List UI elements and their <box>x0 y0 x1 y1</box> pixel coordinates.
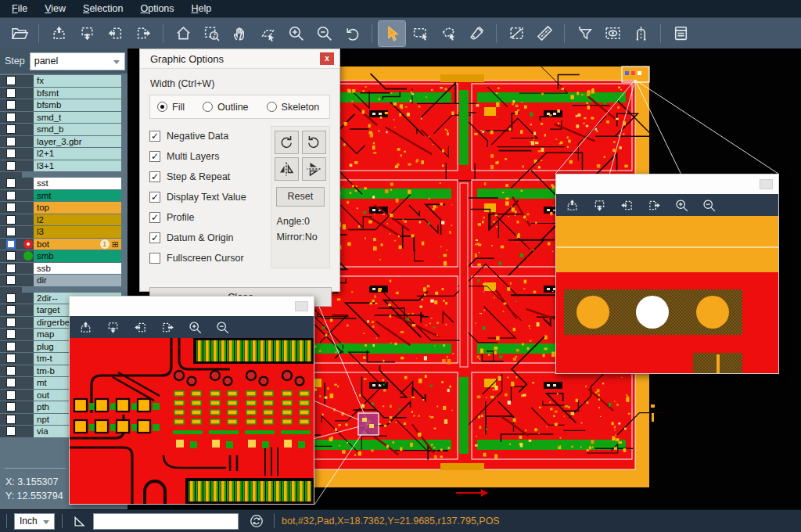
zoom-window-button[interactable] <box>198 21 224 46</box>
layer-checkbox[interactable] <box>6 318 16 327</box>
mirror-horizontal-button[interactable] <box>275 157 299 181</box>
move-view-button[interactable] <box>254 21 281 46</box>
preview-content[interactable] <box>70 338 314 504</box>
select-cursor-button[interactable] <box>379 21 405 46</box>
layer-label[interactable]: fx <box>34 75 121 87</box>
layer-checkbox[interactable] <box>6 137 16 146</box>
menu-help[interactable]: Help <box>183 0 221 17</box>
pan-right-button[interactable] <box>645 196 663 214</box>
window-menu-button[interactable] <box>295 301 308 311</box>
layer-label[interactable]: smd_b <box>34 124 121 135</box>
radio-skeleton[interactable]: Skeleton <box>267 102 320 113</box>
pan-hand-button[interactable] <box>226 21 253 46</box>
layer-row-sst[interactable]: sst <box>0 178 128 189</box>
pan-down-button[interactable] <box>591 196 608 214</box>
rotate-ccw-button[interactable] <box>302 131 326 154</box>
layer-row-smt[interactable]: smt <box>0 190 128 202</box>
zoom-out-button[interactable] <box>311 21 337 46</box>
select-poly-button[interactable] <box>435 21 462 46</box>
layer-row-layer-3-gbr[interactable]: layer_3.gbr <box>0 136 128 148</box>
rotate-cw-button[interactable] <box>275 131 299 154</box>
layer-checkbox[interactable] <box>6 161 16 171</box>
layer-label[interactable]: ssb <box>34 263 121 275</box>
zoom-previous-button[interactable] <box>339 21 365 46</box>
pan-left-button[interactable] <box>618 196 635 214</box>
layer-checkbox[interactable] <box>6 329 16 339</box>
window-menu-button[interactable] <box>760 179 773 189</box>
checkbox-box[interactable]: ✓ <box>149 171 160 182</box>
command-input[interactable] <box>93 513 239 530</box>
checkbox-box[interactable]: ✓ <box>149 131 160 142</box>
report-button[interactable] <box>667 21 694 46</box>
reset-button[interactable]: Reset <box>276 187 325 207</box>
checkbox-box[interactable]: ✓ <box>149 151 160 162</box>
checkbox-display-text-value[interactable]: ✓Display Text Value <box>149 187 271 207</box>
layer-label[interactable]: bfsmt <box>34 88 121 99</box>
layer-checkbox[interactable] <box>6 239 16 249</box>
units-select[interactable]: Inch <box>14 513 55 530</box>
filter-button[interactable] <box>571 21 598 46</box>
pan-down-button[interactable] <box>74 21 100 46</box>
highlight-brush-button[interactable] <box>463 21 490 46</box>
layer-checkbox[interactable] <box>6 124 16 134</box>
layer-checkbox[interactable] <box>6 113 16 122</box>
select-rect-button[interactable] <box>407 21 433 46</box>
layer-checkbox[interactable] <box>6 191 16 200</box>
preview-content[interactable] <box>556 216 778 373</box>
layer-checkbox[interactable] <box>6 378 16 387</box>
pan-right-button[interactable] <box>130 21 156 46</box>
layer-checkbox[interactable] <box>6 76 16 85</box>
layer-label[interactable]: sst <box>34 178 121 189</box>
layer-label[interactable]: top <box>34 202 121 214</box>
layer-checkbox[interactable] <box>6 149 16 158</box>
set-square-icon[interactable] <box>70 512 90 530</box>
snap-button[interactable] <box>627 21 654 46</box>
pan-left-button[interactable] <box>102 21 128 46</box>
checkbox-profile[interactable]: ✓Profile <box>149 207 271 228</box>
step-select[interactable]: panel <box>30 52 125 70</box>
layer-checkbox[interactable] <box>6 402 16 412</box>
table-icon[interactable]: ⊞ <box>112 239 119 249</box>
layer-row-l2[interactable]: l2 <box>0 214 128 226</box>
layer-checkbox[interactable] <box>6 354 16 363</box>
pan-up-button[interactable] <box>45 21 72 46</box>
zoom-in-button[interactable] <box>673 196 690 214</box>
zoom-in-button[interactable] <box>282 21 309 46</box>
radio-circle[interactable] <box>157 102 167 112</box>
checkbox-negative-data[interactable]: ✓Negative Data <box>149 126 271 146</box>
layer-row-l2-1[interactable]: l2+1 <box>0 148 128 160</box>
measure-ruler-button[interactable] <box>531 21 558 46</box>
layer-row-bfsmt[interactable]: bfsmt <box>0 88 128 99</box>
menu-selection[interactable]: Selection <box>74 0 131 17</box>
zoom-out-button[interactable] <box>214 318 231 336</box>
layer-checkbox[interactable] <box>6 215 16 225</box>
preview-titlebar[interactable] <box>556 174 778 194</box>
checkbox-box[interactable]: ✓ <box>149 212 160 223</box>
mirror-vertical-button[interactable] <box>302 157 326 181</box>
layer-checkbox[interactable] <box>6 293 16 303</box>
zoom-in-button[interactable] <box>186 318 203 336</box>
layer-row-dir[interactable]: dir <box>0 275 128 286</box>
layer-checkbox[interactable] <box>6 203 16 212</box>
radio-outline[interactable]: Outline <box>203 102 249 113</box>
checkbox-fullscreen-cursor[interactable]: Fullscreen Cursor <box>149 248 271 268</box>
menu-view[interactable]: View <box>36 0 74 17</box>
pan-up-button[interactable] <box>563 196 580 214</box>
pan-up-button[interactable] <box>77 318 94 336</box>
layer-checkbox[interactable] <box>6 305 16 315</box>
layer-label[interactable]: smt <box>34 190 121 202</box>
layer-row-top[interactable]: top <box>0 202 128 214</box>
layer-checkbox[interactable] <box>6 100 16 110</box>
layer-checkbox[interactable] <box>6 426 16 436</box>
preview-titlebar[interactable] <box>70 297 314 316</box>
refresh-icon[interactable] <box>246 512 267 530</box>
layer-checkbox[interactable] <box>6 342 16 351</box>
layer-label[interactable]: smb <box>34 250 121 262</box>
layer-label[interactable]: bfsmb <box>34 99 121 111</box>
checkbox-box[interactable]: ✓ <box>149 192 160 203</box>
layer-checkbox[interactable] <box>6 227 16 236</box>
layer-checkbox[interactable] <box>6 275 16 285</box>
pan-left-button[interactable] <box>131 318 149 336</box>
layer-row-smd-t[interactable]: smd_t <box>0 112 128 124</box>
checkbox-step-repeat[interactable]: ✓Step & Repeat <box>149 167 271 187</box>
